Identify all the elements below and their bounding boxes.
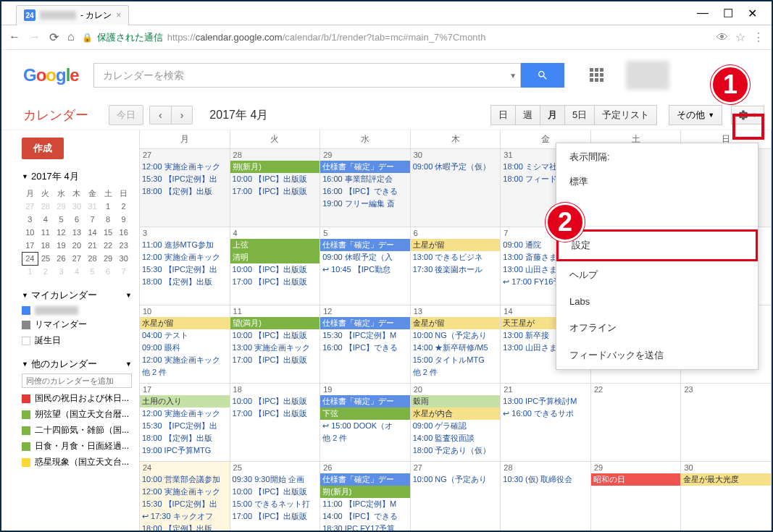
- event[interactable]: 12:00 実施企画キック: [140, 251, 230, 263]
- star-icon[interactable]: ☆: [735, 30, 745, 44]
- event[interactable]: 09:30 9:30開始 企画: [230, 473, 320, 486]
- event[interactable]: 10:00 【IPC】出版販: [230, 263, 320, 276]
- view-tab-週[interactable]: 週: [516, 105, 540, 125]
- calendar-item[interactable]: リマインダー: [22, 318, 132, 331]
- mini-day[interactable]: 20: [69, 239, 85, 252]
- event[interactable]: 仕様書「確定」デー: [320, 473, 410, 486]
- maximize-icon[interactable]: ☐: [723, 7, 733, 20]
- event[interactable]: 14:00 監査役面談: [411, 432, 501, 444]
- mini-day[interactable]: 27: [22, 200, 38, 213]
- add-calendar-input[interactable]: [22, 373, 132, 388]
- day-cell[interactable]: 28朔(新月)10:00 【IPC】出版販17:00 【IPC】出版販: [230, 149, 321, 227]
- day-cell[interactable]: 2712:00 実施企画キック15:30 【IPC定例】出18:00 【定例】出…: [140, 149, 230, 227]
- day-cell[interactable]: 10水星が留04:00 テスト09:00 眼科12:00 実施企画キック他 2 …: [140, 305, 230, 383]
- create-button[interactable]: 作成: [22, 138, 64, 159]
- event[interactable]: 04:00 テスト: [140, 329, 230, 342]
- mini-day[interactable]: 15: [100, 226, 116, 239]
- mini-day[interactable]: 29: [54, 200, 70, 213]
- mini-day[interactable]: 31: [85, 200, 101, 213]
- event[interactable]: 望(満月): [230, 317, 320, 329]
- event[interactable]: 下弦: [320, 408, 410, 420]
- event[interactable]: 14:00 ★新卒研修/M5: [411, 342, 501, 354]
- close-window-icon[interactable]: ✕: [748, 7, 757, 20]
- event[interactable]: 他 2 件: [140, 366, 230, 379]
- calendar-item[interactable]: 朔弦望（国立天文台暦...: [22, 408, 132, 421]
- event[interactable]: 15:30 【IPC定例】出: [140, 173, 230, 185]
- event[interactable]: 11:00 進捗MTG参加: [140, 239, 230, 251]
- event[interactable]: 10:00 NG（予定あり: [411, 329, 501, 342]
- minimize-icon[interactable]: —: [697, 7, 709, 20]
- other-calendars-header[interactable]: ▼他のカレンダー▼: [22, 358, 132, 371]
- event[interactable]: 13:00 実施企画キック: [230, 342, 320, 354]
- event[interactable]: 13:00 IPC予算検討M: [501, 395, 590, 408]
- event[interactable]: 仕様書「確定」デー: [320, 239, 410, 251]
- day-cell[interactable]: 19仕様書「確定」デー下弦↩ 15:00 DOOK（オ他 2 件: [320, 384, 411, 461]
- mini-day[interactable]: 26: [54, 252, 70, 265]
- mini-day[interactable]: 22: [100, 239, 116, 252]
- event[interactable]: 清明: [230, 251, 320, 263]
- mini-day[interactable]: 27: [69, 252, 85, 265]
- event[interactable]: 17:00 【IPC】出版販: [230, 408, 320, 420]
- tab-close-icon[interactable]: ×: [116, 10, 121, 20]
- event[interactable]: 16:00 【IPC】できる: [320, 185, 410, 198]
- event[interactable]: 17:00 【IPC】出版販: [230, 185, 320, 198]
- day-cell[interactable]: 3009:00 休暇予定（仮）: [411, 149, 501, 227]
- calendar-item[interactable]: 惑星現象（国立天文台...: [22, 456, 132, 468]
- home-icon[interactable]: ⌂: [67, 30, 75, 44]
- mini-day[interactable]: 17: [22, 239, 38, 252]
- event[interactable]: 10:00 【IPC】出版販: [230, 395, 320, 408]
- event[interactable]: ↩ 17:30 キックオフ: [140, 510, 230, 523]
- event[interactable]: 12:00 実施企画キック: [140, 354, 230, 366]
- day-cell[interactable]: 20穀雨水星が内合09:00 ゲラ確認14:00 監査役面談18:00 予定あり…: [411, 384, 501, 461]
- event[interactable]: 他 2 件: [320, 432, 410, 444]
- mini-day[interactable]: 11: [38, 226, 54, 239]
- mini-day[interactable]: 13: [69, 226, 85, 239]
- event[interactable]: 穀雨: [411, 395, 501, 408]
- event[interactable]: 16:00 事業部評定会: [320, 173, 410, 185]
- event[interactable]: 15:00 できるネット打: [230, 498, 320, 510]
- event[interactable]: 10:30 (仮) 取締役会: [501, 473, 590, 486]
- event[interactable]: 仕様書「確定」デー: [320, 395, 410, 408]
- day-cell[interactable]: 13金星が留10:00 NG（予定あり14:00 ★新卒研修/M515:00 タ…: [411, 305, 501, 383]
- event[interactable]: 10:00 営業部会議参加: [140, 473, 230, 486]
- event[interactable]: 17:00 【IPC】出版販: [230, 354, 320, 366]
- reader-icon[interactable]: 👁: [716, 31, 728, 44]
- day-cell[interactable]: 26仕様書「確定」デー朔(新月)11:00 【IPC定例】M14:00 【IPC…: [320, 462, 411, 532]
- event[interactable]: 13:00 できるビジネ: [411, 251, 501, 263]
- today-button[interactable]: 今日: [109, 105, 143, 125]
- menu-item-設定[interactable]: 設定: [556, 229, 758, 261]
- settings-button[interactable]: ▼: [731, 106, 764, 124]
- event[interactable]: 17:30 後楽園ホール: [411, 263, 501, 276]
- event[interactable]: 12:00 実施企画キック: [140, 408, 230, 420]
- event[interactable]: 10:00 【IPC】出版販: [230, 173, 320, 185]
- mini-day[interactable]: 21: [85, 239, 101, 252]
- event[interactable]: 朔(新月): [320, 486, 410, 498]
- event[interactable]: 15:30 【IPC定例】出: [140, 420, 230, 432]
- event[interactable]: 18:00 【定例】出版: [140, 185, 230, 198]
- mini-day[interactable]: 12: [54, 226, 70, 239]
- day-cell[interactable]: 1810:00 【IPC】出版販17:00 【IPC】出版販: [230, 384, 321, 461]
- other-button[interactable]: その他▼: [669, 105, 722, 125]
- event[interactable]: 18:30 IPC FY17予算: [320, 523, 410, 532]
- calendar-item[interactable]: 日食・月食・日面経過...: [22, 440, 132, 452]
- forward-icon[interactable]: →: [29, 30, 41, 44]
- day-cell[interactable]: 6土星が留13:00 できるビジネ17:30 後楽園ホール: [411, 227, 501, 305]
- mini-day[interactable]: 2: [116, 200, 132, 213]
- event[interactable]: 19:00 フリー編集 斎: [320, 198, 410, 210]
- event[interactable]: 水星が内合: [411, 408, 501, 420]
- search-input[interactable]: [93, 63, 506, 88]
- event[interactable]: 17:00 【IPC】出版販: [230, 510, 320, 523]
- day-cell[interactable]: 5仕様書「確定」デー09:00 休暇予定（入↩ 10:45 【IPC勤怠: [320, 227, 411, 305]
- event[interactable]: 18:00 【定例】出版: [140, 432, 230, 444]
- mini-month-label[interactable]: ▼2017年 4月: [22, 170, 132, 183]
- mini-day[interactable]: 5: [54, 213, 70, 226]
- mini-day[interactable]: 14: [85, 226, 101, 239]
- calendar-item[interactable]: 二十四節気・雑節（国...: [22, 424, 132, 436]
- back-icon[interactable]: ←: [9, 30, 20, 44]
- event[interactable]: 水星が留: [140, 317, 230, 329]
- event[interactable]: ↩ 16:00 できるサポ: [501, 408, 590, 420]
- url-field[interactable]: 🔒 保護された通信 https://calendar.google.com/ca…: [82, 31, 709, 44]
- event[interactable]: ↩ 10:45 【IPC勤怠: [320, 263, 410, 276]
- mini-day[interactable]: 4: [69, 265, 85, 278]
- mini-day[interactable]: 28: [85, 252, 101, 265]
